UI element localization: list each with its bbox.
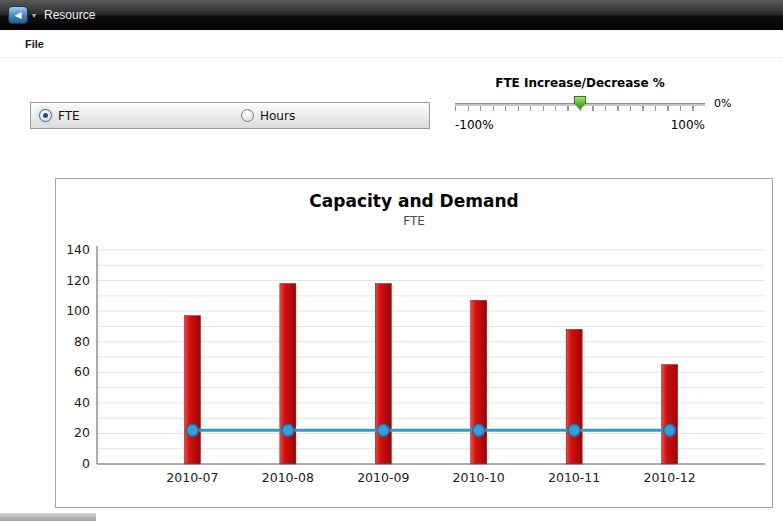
x-axis-label: 2010-10 [453, 470, 505, 485]
chart-panel: Capacity and Demand FTE 0204060801001201… [55, 178, 773, 508]
y-axis-label: 60 [74, 364, 90, 379]
slider-max-label: 100% [671, 118, 705, 132]
x-axis-label: 2010-08 [262, 470, 314, 485]
y-axis-label: 100 [66, 303, 90, 318]
y-axis-label: 20 [74, 425, 90, 440]
y-axis-label: 80 [74, 334, 90, 349]
demand-bar-2010-11 [566, 329, 582, 464]
unit-toggle-group: FTE Hours [30, 102, 430, 129]
x-axis-label: 2010-07 [166, 470, 218, 485]
capacity-marker-2010-12 [664, 424, 676, 436]
radio-label-fte: FTE [58, 109, 80, 123]
demand-bar-2010-07 [184, 316, 200, 464]
menu-bar: File [0, 30, 783, 58]
radio-dot [43, 113, 48, 118]
y-axis-label: 40 [74, 395, 90, 410]
capacity-marker-2010-09 [377, 424, 389, 436]
chevron-down-icon[interactable]: ▾ [32, 11, 36, 20]
demand-bar-2010-10 [471, 300, 487, 464]
window-edge [0, 513, 96, 521]
slider-value: 0% [714, 97, 731, 110]
capacity-marker-2010-10 [473, 424, 485, 436]
capacity-marker-2010-07 [186, 424, 198, 436]
window-title: Resource [44, 8, 95, 22]
x-axis-label: 2010-12 [643, 470, 695, 485]
radio-label-hours: Hours [260, 109, 295, 123]
menu-file[interactable]: File [25, 38, 44, 50]
title-bar: ◀ ▾ Resource [0, 0, 783, 30]
capacity-marker-2010-11 [568, 424, 580, 436]
chart-subtitle: FTE [56, 214, 772, 228]
back-arrow-icon: ◀ [15, 11, 22, 20]
y-axis-label: 120 [66, 273, 90, 288]
slider-label: FTE Increase/Decrease % [455, 76, 705, 90]
fte-slider[interactable] [455, 96, 705, 114]
radio-option-fte[interactable]: FTE [39, 109, 241, 123]
demand-bar-2010-12 [662, 365, 678, 464]
x-axis-label: 2010-11 [548, 470, 600, 485]
radio-unselected-icon [241, 109, 254, 122]
y-axis-label: 140 [66, 242, 90, 257]
fte-slider-block: FTE Increase/Decrease % 0% -100% 100% [455, 76, 745, 132]
slider-min-label: -100% [455, 118, 494, 132]
slider-minmax: -100% 100% [455, 118, 705, 132]
radio-option-hours[interactable]: Hours [241, 109, 295, 123]
x-axis-label: 2010-09 [357, 470, 409, 485]
y-axis-label: 0 [82, 456, 90, 471]
back-button[interactable]: ◀ [8, 6, 28, 24]
chart-title: Capacity and Demand [56, 191, 772, 211]
capacity-demand-chart: 0204060801001201402010-072010-082010-092… [57, 230, 771, 502]
main-content: FTE Hours FTE Increase/Decrease % 0% -10… [0, 58, 783, 520]
radio-selected-icon [39, 109, 52, 122]
capacity-marker-2010-08 [282, 424, 294, 436]
